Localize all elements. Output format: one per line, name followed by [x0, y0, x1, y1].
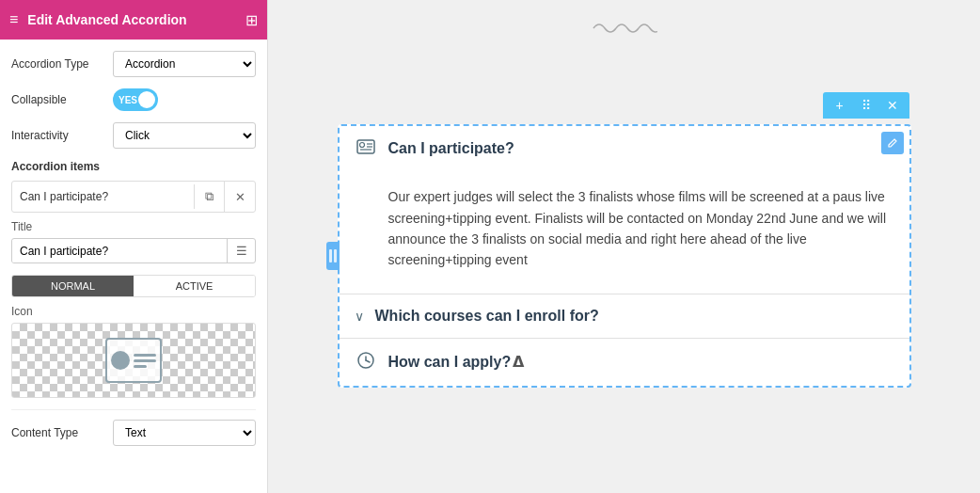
- acc-title-1: Can I participate?: [388, 140, 894, 157]
- icon-line-1: [134, 354, 156, 357]
- wave-decoration: [592, 19, 657, 42]
- toolbar-add-button[interactable]: +: [830, 96, 849, 115]
- toolbar-move-button[interactable]: ⠿: [857, 96, 876, 115]
- content-type-control: Text Template Global Widget: [113, 420, 256, 446]
- hamburger-icon[interactable]: ≡: [9, 11, 18, 28]
- left-panel: ≡ Edit Advanced Accordion ⊞ Accordion Ty…: [0, 0, 268, 493]
- icon-line-2: [134, 359, 156, 362]
- accordion-section-3: How can I apply?𝝙: [340, 339, 909, 386]
- content-type-label: Content Type: [11, 426, 105, 439]
- interactivity-label: Interactivity: [11, 129, 105, 142]
- accordion-type-select[interactable]: Accordion Toggle FAQ: [113, 51, 256, 77]
- svg-point-3: [359, 143, 364, 148]
- toolbar-close-button[interactable]: ✕: [883, 96, 902, 115]
- panel-title: Edit Advanced Accordion: [27, 12, 236, 27]
- icon-card-circle: [111, 351, 130, 370]
- acc-chevron-2: ∨: [355, 309, 364, 324]
- accordion-item-row: Can I participate? ⧉ ✕: [11, 181, 256, 213]
- icon-section: Icon: [11, 305, 256, 398]
- panel-header: ≡ Edit Advanced Accordion ⊞: [0, 0, 267, 40]
- svg-line-9: [366, 360, 370, 362]
- cursor-indicator: 𝝙: [513, 353, 524, 371]
- content-type-row: Content Type Text Template Global Widget: [11, 409, 256, 446]
- accordion-item-name: Can I participate?: [12, 184, 195, 209]
- title-list-icon[interactable]: ☰: [227, 239, 255, 262]
- icon-preview[interactable]: [11, 323, 256, 398]
- svg-rect-0: [329, 249, 332, 262]
- state-tab-group: NORMAL ACTIVE: [11, 275, 256, 297]
- icon-line-3: [134, 365, 147, 368]
- accordion-header-3[interactable]: How can I apply?𝝙: [340, 339, 909, 386]
- acc-title-2: Which courses can I enroll for?: [375, 308, 894, 325]
- title-sub-label: Title: [11, 220, 256, 233]
- accordion-body-1: Our expert judges will select the 3 fina…: [340, 171, 909, 294]
- toggle-knob: [138, 91, 155, 108]
- interactivity-select[interactable]: Click Hover: [113, 122, 256, 149]
- accordion-widget: + ⠿ ✕: [338, 124, 911, 388]
- widget-edit-button[interactable]: [881, 132, 904, 154]
- accordion-section-1: Can I participate? Our expert judges wil…: [340, 126, 909, 294]
- accordion-section-2: ∨ Which courses can I enroll for?: [340, 294, 909, 339]
- accordion-type-control: Accordion Toggle FAQ: [113, 51, 256, 77]
- acc-icon-1: [355, 139, 377, 158]
- icon-card-lines: [134, 354, 156, 368]
- accordion-type-row: Accordion Type Accordion Toggle FAQ: [11, 51, 256, 77]
- title-section: Title ☰: [11, 220, 256, 263]
- svg-rect-1: [334, 249, 337, 262]
- grid-icon[interactable]: ⊞: [245, 11, 258, 29]
- title-input[interactable]: [12, 240, 227, 262]
- acc-title-3: How can I apply?𝝙: [388, 353, 894, 371]
- collapsible-toggle[interactable]: YES: [113, 88, 158, 111]
- icon-card: [105, 338, 162, 383]
- accordion-header-1[interactable]: Can I participate?: [340, 126, 909, 171]
- interactivity-row: Interactivity Click Hover: [11, 122, 256, 149]
- widget-handle[interactable]: [326, 242, 340, 270]
- interactivity-control: Click Hover: [113, 122, 256, 149]
- toggle-label: YES: [113, 95, 137, 105]
- normal-tab[interactable]: NORMAL: [12, 276, 134, 296]
- delete-item-button[interactable]: ✕: [225, 182, 255, 212]
- collapsible-label: Collapsible: [11, 93, 105, 106]
- accordion-header-2[interactable]: ∨ Which courses can I enroll for?: [340, 294, 909, 338]
- accordion-type-label: Accordion Type: [11, 57, 105, 71]
- main-canvas: + ⠿ ✕: [268, 0, 980, 493]
- icon-label: Icon: [11, 305, 256, 318]
- title-input-row: ☰: [11, 238, 256, 263]
- widget-toolbar: + ⠿ ✕: [823, 92, 909, 119]
- collapsible-row: Collapsible YES: [11, 88, 256, 111]
- collapsible-control: YES: [113, 88, 256, 111]
- panel-body: Accordion Type Accordion Toggle FAQ Coll…: [0, 40, 267, 493]
- copy-item-button[interactable]: ⧉: [195, 182, 225, 212]
- acc-icon-3: [355, 352, 377, 373]
- content-type-select[interactable]: Text Template Global Widget: [113, 420, 256, 446]
- active-tab[interactable]: ACTIVE: [134, 276, 255, 296]
- accordion-items-label: Accordion items: [11, 160, 256, 173]
